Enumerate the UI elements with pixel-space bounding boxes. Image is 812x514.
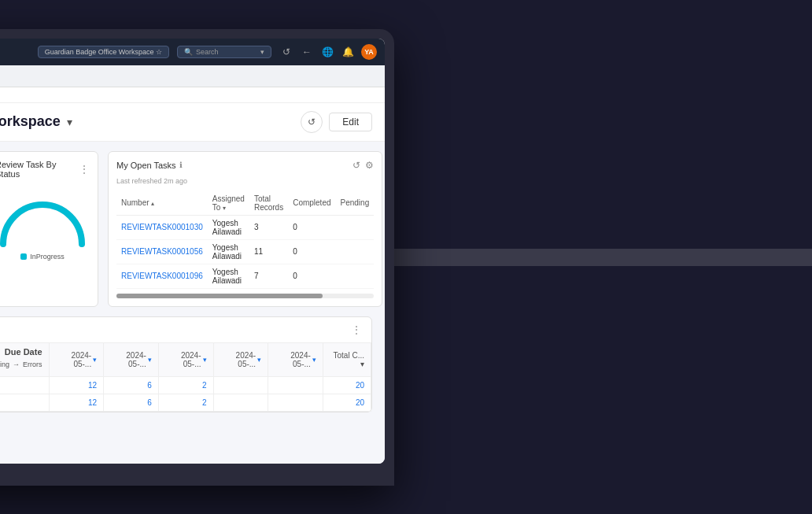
- due-dates-table: Due Date ∨ Total Records → Completed → P…: [0, 343, 371, 412]
- due-date-cell[interactable]: 2: [202, 381, 207, 390]
- status-widget-menu-icon[interactable]: ⋮: [79, 163, 90, 176]
- col-sort-icon: ▾: [203, 356, 207, 364]
- total-col[interactable]: Total C... ▾: [323, 343, 371, 377]
- due-date-row-2: ∨ 0 12 6 2 20: [0, 394, 371, 411]
- back-icon[interactable]: ←: [300, 45, 314, 59]
- filter-row: ∨ Total Records → Completed → Pending → …: [0, 357, 42, 372]
- tasks-col-completed[interactable]: Completed: [288, 191, 335, 216]
- search-icon: 🔍: [184, 48, 193, 56]
- task-link-1030[interactable]: REVIEWTASK0001030: [121, 223, 203, 231]
- horizontal-scrollbar[interactable]: [116, 294, 374, 298]
- breadcrumb: 🏠 › Access Reviewer Works...: [0, 87, 385, 103]
- date-col-1[interactable]: 2024-05-... ▾: [49, 343, 104, 377]
- task-link-1056[interactable]: REVIEWTASK0001056: [121, 247, 203, 256]
- open-tasks-title: My Open Tasks: [116, 161, 176, 170]
- page-title: Access Reviewer Workspace: [0, 113, 61, 130]
- globe-icon[interactable]: 🌐: [320, 45, 334, 59]
- status-gauge-chart: [0, 193, 90, 248]
- tasks-col-total[interactable]: Total Records: [249, 191, 288, 216]
- open-tasks-info-icon: ℹ: [179, 161, 183, 169]
- open-tasks-header: My Open Tasks ℹ ↺ ⚙: [116, 160, 374, 171]
- table-row: REVIEWTASK0001056 Yogesh Ailawadi 11 0: [116, 239, 374, 264]
- nav-icons: ↺ ← 🌐 🔔 YA: [279, 44, 377, 60]
- refresh-button[interactable]: ↺: [301, 111, 323, 133]
- widgets-row: Assigned / Delegated t... ⋮ 4 Revi: [0, 142, 385, 316]
- open-tasks-settings-icon[interactable]: ⚙: [365, 160, 374, 171]
- top-nav: servicenow Favorites All History Workspa…: [0, 39, 385, 65]
- row-label-1: ∨ 3: [0, 376, 49, 394]
- section-header: Record Due Dates ⋮: [0, 317, 371, 343]
- bell-icon[interactable]: 🔔: [341, 45, 355, 59]
- status-widget-title: Review Task By Status: [0, 160, 79, 179]
- due-date-total-cell[interactable]: 20: [356, 398, 364, 407]
- status-gauge-container: InProgress: [0, 185, 90, 261]
- page-header-actions: ↺ Edit: [301, 111, 372, 133]
- open-tasks-refresh-icon[interactable]: ↺: [352, 160, 360, 171]
- status-widget: Review Task By Status ⋮ InProgress: [0, 151, 98, 307]
- open-tasks-subtitle: Last refreshed 2m ago: [116, 177, 374, 185]
- tasks-table: Number ▴ Assigned To ▾ Total Records Com…: [116, 191, 374, 289]
- scrollbar-thumb: [116, 294, 323, 298]
- due-date-cell[interactable]: 2: [202, 398, 207, 407]
- col-sort-icon: ▾: [148, 356, 152, 364]
- col-sort-icon: ▾: [257, 356, 261, 364]
- table-row: REVIEWTASK0001096 Yogesh Ailawadi 7 0: [116, 264, 374, 288]
- due-date-cell[interactable]: 6: [147, 398, 152, 407]
- edit-button[interactable]: Edit: [329, 113, 372, 131]
- open-tasks-widget: My Open Tasks ℹ ↺ ⚙ Last refreshed 2m ag…: [108, 151, 382, 307]
- status-legend: InProgress: [20, 253, 65, 261]
- due-date-col-header: Due Date ∨ Total Records → Completed → P…: [0, 343, 49, 377]
- due-date-cell[interactable]: 6: [147, 381, 152, 390]
- due-date-cell[interactable]: 12: [88, 398, 97, 407]
- tasks-col-pending[interactable]: Pending: [336, 191, 375, 216]
- page-title-dropdown-icon[interactable]: ▾: [67, 116, 72, 128]
- open-tasks-icons: ↺ ⚙: [352, 160, 374, 171]
- due-date-cell[interactable]: 12: [88, 381, 97, 390]
- date-col-5[interactable]: 2024-05-... ▾: [268, 343, 323, 377]
- tab-bar: 🏠 Access Reviewer Works... × +: [0, 65, 385, 87]
- status-widget-header: Review Task By Status ⋮: [0, 160, 90, 179]
- tasks-col-number[interactable]: Number ▴: [116, 191, 208, 216]
- date-col-4[interactable]: 2024-05-... ▾: [213, 343, 268, 377]
- content-area: 🏠 › Access Reviewer Works... Access Revi…: [0, 87, 385, 464]
- main-layout: 🔍 📌 ⤢ YA ≡ 🏠 Home ▼ Guardian: [0, 87, 385, 464]
- workspace-badge[interactable]: Guardian Badge Office Workspace ☆: [38, 46, 169, 58]
- row-label-2: ∨ 0: [0, 394, 49, 411]
- refresh-icon[interactable]: ↺: [279, 45, 293, 59]
- date-col-3[interactable]: 2024-05-... ▾: [158, 343, 213, 377]
- date-col-2[interactable]: 2024-05-... ▾: [104, 343, 159, 377]
- inprogress-legend-dot: [20, 253, 27, 260]
- due-date-total-cell[interactable]: 20: [356, 381, 364, 390]
- due-date-row-1: ∨ 3 12 6 2 20: [0, 376, 371, 394]
- user-avatar[interactable]: YA: [361, 44, 377, 60]
- page-header: Access Reviewer Workspace ▾ ↺ Edit: [0, 103, 385, 142]
- table-row: REVIEWTASK0001030 Yogesh Ailawadi 3 0: [116, 215, 374, 239]
- col-sort-icon: ▾: [312, 356, 316, 364]
- task-link-1096[interactable]: REVIEWTASK0001096: [121, 272, 203, 280]
- col-sort-icon: ▾: [93, 356, 97, 364]
- search-bar[interactable]: 🔍 Search ▾: [177, 46, 271, 58]
- section-menu-icon[interactable]: ⋮: [351, 324, 362, 336]
- record-due-dates-section: Record Due Dates ⋮ Due Date ∨ Total Reco…: [0, 316, 372, 412]
- tasks-col-assigned[interactable]: Assigned To ▾: [208, 191, 249, 216]
